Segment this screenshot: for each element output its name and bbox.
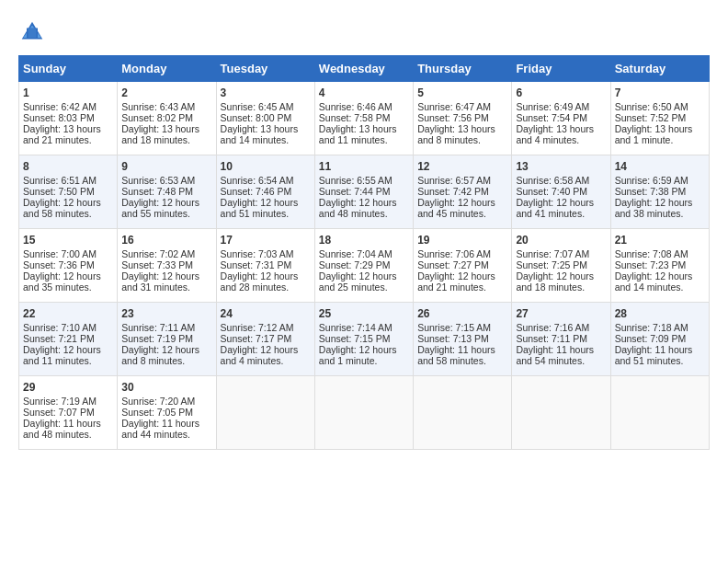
day-number: 15 — [23, 234, 113, 247]
daylight-text: Daylight: 12 hours and 41 minutes. — [516, 197, 594, 219]
calendar-cell: 17 Sunrise: 7:03 AM Sunset: 7:31 PM Dayl… — [216, 229, 314, 303]
sunset-text: Sunset: 8:02 PM — [121, 112, 193, 123]
sunrise-text: Sunrise: 6:54 AM — [221, 175, 294, 186]
calendar-cell: 4 Sunrise: 6:46 AM Sunset: 7:58 PM Dayli… — [314, 82, 413, 155]
sunrise-text: Sunrise: 6:58 AM — [516, 175, 589, 186]
daylight-text: Daylight: 12 hours and 28 minutes. — [221, 270, 299, 293]
calendar-week-row: 8 Sunrise: 6:51 AM Sunset: 7:50 PM Dayli… — [19, 155, 710, 229]
day-number: 29 — [23, 381, 113, 394]
sunrise-text: Sunrise: 7:07 AM — [516, 248, 589, 259]
calendar-cell: 29 Sunrise: 7:19 AM Sunset: 7:07 PM Dayl… — [19, 376, 118, 450]
sunrise-text: Sunrise: 7:20 AM — [121, 396, 195, 407]
calendar-cell: 12 Sunrise: 6:57 AM Sunset: 7:42 PM Dayl… — [414, 155, 512, 229]
day-header-wednesday: Wednesday — [314, 56, 413, 82]
sunset-text: Sunset: 7:23 PM — [615, 259, 687, 270]
day-number: 26 — [417, 307, 507, 320]
sunset-text: Sunset: 7:33 PM — [121, 259, 193, 270]
sunset-text: Sunset: 7:07 PM — [23, 407, 95, 418]
calendar-cell: 24 Sunrise: 7:12 AM Sunset: 7:17 PM Dayl… — [216, 303, 314, 376]
sunset-text: Sunset: 7:58 PM — [319, 112, 391, 123]
day-number: 11 — [319, 160, 409, 173]
day-number: 28 — [615, 307, 705, 320]
day-number: 12 — [417, 160, 507, 173]
sunrise-text: Sunrise: 6:46 AM — [319, 101, 392, 112]
sunrise-text: Sunrise: 6:43 AM — [121, 101, 195, 112]
daylight-text: Daylight: 12 hours and 35 minutes. — [23, 270, 101, 293]
sunset-text: Sunset: 7:05 PM — [121, 407, 193, 418]
sunset-text: Sunset: 7:44 PM — [319, 186, 391, 197]
day-number: 18 — [319, 234, 409, 247]
sunrise-text: Sunrise: 7:18 AM — [615, 322, 688, 333]
day-number: 4 — [319, 86, 409, 99]
daylight-text: Daylight: 13 hours and 1 minute. — [615, 123, 693, 145]
calendar-cell: 22 Sunrise: 7:10 AM Sunset: 7:21 PM Dayl… — [19, 303, 118, 376]
daylight-text: Daylight: 11 hours and 48 minutes. — [23, 418, 101, 440]
sunset-text: Sunset: 7:13 PM — [417, 333, 489, 344]
calendar-cell: 6 Sunrise: 6:49 AM Sunset: 7:54 PM Dayli… — [512, 82, 610, 155]
calendar-week-row: 15 Sunrise: 7:00 AM Sunset: 7:36 PM Dayl… — [19, 229, 710, 303]
day-number: 24 — [221, 307, 311, 320]
daylight-text: Daylight: 12 hours and 8 minutes. — [121, 344, 199, 366]
calendar-cell: 25 Sunrise: 7:14 AM Sunset: 7:15 PM Dayl… — [314, 303, 413, 376]
day-number: 25 — [319, 307, 409, 320]
daylight-text: Daylight: 13 hours and 18 minutes. — [121, 123, 199, 145]
calendar-cell: 15 Sunrise: 7:00 AM Sunset: 7:36 PM Dayl… — [19, 229, 118, 303]
daylight-text: Daylight: 12 hours and 51 minutes. — [221, 197, 299, 219]
sunrise-text: Sunrise: 6:55 AM — [319, 175, 392, 186]
day-number: 9 — [121, 160, 211, 173]
sunset-text: Sunset: 7:27 PM — [417, 259, 489, 270]
day-header-monday: Monday — [118, 56, 216, 82]
day-header-saturday: Saturday — [610, 56, 709, 82]
calendar-header-row: SundayMondayTuesdayWednesdayThursdayFrid… — [19, 56, 710, 82]
sunset-text: Sunset: 7:25 PM — [516, 259, 587, 270]
sunrise-text: Sunrise: 7:19 AM — [23, 396, 97, 407]
sunset-text: Sunset: 7:21 PM — [23, 333, 95, 344]
sunrise-text: Sunrise: 6:45 AM — [221, 101, 294, 112]
svg-rect-3 — [28, 29, 37, 39]
sunset-text: Sunset: 7:17 PM — [221, 333, 292, 344]
sunrise-text: Sunrise: 6:49 AM — [516, 101, 589, 112]
sunset-text: Sunset: 7:50 PM — [23, 186, 95, 197]
day-number: 6 — [516, 86, 606, 99]
day-number: 14 — [615, 160, 705, 173]
sunrise-text: Sunrise: 6:50 AM — [615, 101, 688, 112]
sunrise-text: Sunrise: 7:14 AM — [319, 322, 392, 333]
calendar-cell — [314, 376, 413, 450]
sunrise-text: Sunrise: 7:15 AM — [417, 322, 491, 333]
daylight-text: Daylight: 12 hours and 14 minutes. — [615, 270, 693, 293]
sunset-text: Sunset: 7:48 PM — [121, 186, 193, 197]
day-number: 27 — [516, 307, 606, 320]
sunset-text: Sunset: 8:03 PM — [23, 112, 95, 123]
daylight-text: Daylight: 12 hours and 11 minutes. — [23, 344, 101, 366]
calendar-cell: 2 Sunrise: 6:43 AM Sunset: 8:02 PM Dayli… — [118, 82, 216, 155]
calendar-cell: 20 Sunrise: 7:07 AM Sunset: 7:25 PM Dayl… — [512, 229, 610, 303]
sunset-text: Sunset: 7:09 PM — [615, 333, 687, 344]
daylight-text: Daylight: 12 hours and 38 minutes. — [615, 197, 693, 219]
day-number: 5 — [417, 86, 507, 99]
sunset-text: Sunset: 7:42 PM — [417, 186, 489, 197]
day-number: 3 — [221, 86, 311, 99]
sunrise-text: Sunrise: 7:08 AM — [615, 248, 688, 259]
day-header-friday: Friday — [512, 56, 610, 82]
daylight-text: Daylight: 13 hours and 14 minutes. — [221, 123, 299, 145]
logo-icon — [18, 18, 46, 46]
sunrise-text: Sunrise: 7:11 AM — [121, 322, 195, 333]
day-number: 1 — [23, 86, 113, 99]
calendar-table: SundayMondayTuesdayWednesdayThursdayFrid… — [18, 55, 710, 450]
daylight-text: Daylight: 12 hours and 4 minutes. — [221, 344, 299, 366]
day-number: 20 — [516, 234, 606, 247]
day-number: 16 — [121, 234, 211, 247]
day-number: 19 — [417, 234, 507, 247]
calendar-cell: 27 Sunrise: 7:16 AM Sunset: 7:11 PM Dayl… — [512, 303, 610, 376]
daylight-text: Daylight: 13 hours and 4 minutes. — [516, 123, 594, 145]
calendar-cell: 10 Sunrise: 6:54 AM Sunset: 7:46 PM Dayl… — [216, 155, 314, 229]
daylight-text: Daylight: 12 hours and 48 minutes. — [319, 197, 397, 219]
calendar-cell: 23 Sunrise: 7:11 AM Sunset: 7:19 PM Dayl… — [118, 303, 216, 376]
daylight-text: Daylight: 12 hours and 1 minute. — [319, 344, 397, 366]
calendar-cell: 21 Sunrise: 7:08 AM Sunset: 7:23 PM Dayl… — [610, 229, 709, 303]
calendar-cell: 9 Sunrise: 6:53 AM Sunset: 7:48 PM Dayli… — [118, 155, 216, 229]
day-number: 17 — [221, 234, 311, 247]
calendar-cell: 11 Sunrise: 6:55 AM Sunset: 7:44 PM Dayl… — [314, 155, 413, 229]
sunset-text: Sunset: 7:56 PM — [417, 112, 489, 123]
daylight-text: Daylight: 11 hours and 51 minutes. — [615, 344, 693, 366]
